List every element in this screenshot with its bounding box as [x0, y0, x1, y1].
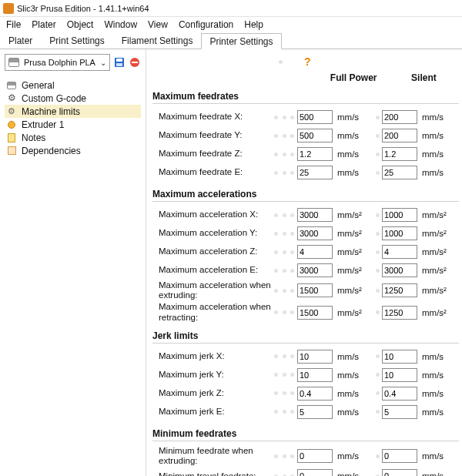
preset-name: Prusa Dolphin PLA	[24, 58, 95, 67]
value-silent-input[interactable]	[382, 350, 417, 364]
extruder-icon	[8, 121, 15, 129]
unit-label: mm/s	[419, 112, 451, 122]
unit-label: mm/s²	[334, 229, 367, 238]
value-silent-input[interactable]	[382, 368, 417, 382]
menu-plater[interactable]: Plater	[32, 19, 55, 30]
value-silent-input[interactable]	[382, 129, 417, 142]
setting-label: Maximum jerk X:	[152, 351, 274, 361]
menu-object[interactable]: Object	[67, 19, 94, 30]
tree-item-extruder-1[interactable]: Extruder 1	[5, 118, 141, 131]
value-silent-input[interactable]	[382, 147, 417, 161]
value-silent-input[interactable]	[382, 405, 417, 419]
machine-icon: ⚙	[8, 106, 15, 116]
dot-indicator	[373, 391, 382, 395]
dots	[274, 310, 297, 314]
value-full-power-input[interactable]	[297, 405, 333, 419]
menu-file[interactable]: File	[6, 19, 21, 30]
menu-bar: File Plater Object Window View Configura…	[0, 17, 462, 32]
printer-icon	[8, 58, 19, 67]
tree-item-machine-limits[interactable]: ⚙Machine limits	[5, 105, 141, 118]
dots	[274, 391, 297, 395]
tree-item-general[interactable]: General	[5, 79, 141, 92]
value-full-power-input[interactable]	[297, 283, 333, 297]
tree-item-custom-g-code[interactable]: ⚙Custom G-code	[5, 92, 141, 105]
value-full-power-input[interactable]	[297, 166, 333, 179]
tree-item-label: Dependencies	[22, 146, 81, 156]
value-silent-input[interactable]	[382, 226, 417, 240]
value-silent-input[interactable]	[382, 110, 417, 124]
value-silent-input[interactable]	[382, 208, 417, 222]
dependencies-icon	[8, 146, 16, 155]
setting-row: Maximum acceleration when extruding:mm/s…	[152, 280, 459, 300]
svg-rect-1	[116, 59, 122, 62]
setting-row: Maximum jerk X:mm/smm/s	[152, 348, 459, 365]
unit-label: mm/s	[334, 112, 367, 122]
value-full-power-input[interactable]	[297, 306, 333, 320]
save-preset-button[interactable]	[113, 56, 126, 69]
value-full-power-input[interactable]	[297, 263, 333, 277]
preset-selector[interactable]: Prusa Dolphin PLA ⌄	[5, 54, 110, 71]
setting-row: Maximum feedrate X:mm/smm/s	[152, 109, 459, 126]
section-title: Minimum feedrates	[152, 428, 459, 441]
unit-label: mm/s²	[334, 210, 367, 220]
menu-window[interactable]: Window	[104, 19, 137, 30]
chevron-down-icon: ⌄	[100, 59, 106, 67]
value-silent-input[interactable]	[382, 306, 417, 320]
menu-configuration[interactable]: Configuration	[179, 19, 233, 30]
dot-indicator	[373, 153, 382, 156]
value-silent-input[interactable]	[382, 245, 417, 259]
help-icon[interactable]: ?	[304, 55, 311, 68]
dot-indicator	[279, 60, 283, 64]
dot-indicator	[373, 213, 382, 217]
value-silent-input[interactable]	[382, 263, 417, 277]
value-silent-input[interactable]	[382, 166, 417, 179]
value-silent-input[interactable]	[382, 387, 417, 401]
value-full-power-input[interactable]	[297, 129, 333, 142]
value-silent-input[interactable]	[382, 469, 417, 476]
unit-label: mm/s	[419, 131, 451, 140]
dot-indicator	[373, 310, 382, 314]
menu-help[interactable]: Help	[244, 19, 263, 30]
tab-print-settings[interactable]: Print Settings	[41, 32, 112, 49]
tab-plater[interactable]: Plater	[0, 32, 41, 49]
tree-item-label: Notes	[22, 132, 45, 143]
dot-indicator	[373, 269, 382, 273]
setting-row: Maximum acceleration X:mm/s²mm/s²	[152, 206, 459, 223]
tab-printer-settings[interactable]: Printer Settings	[201, 33, 281, 49]
setting-label: Maximum jerk Z:	[152, 388, 274, 398]
dot-indicator	[373, 116, 382, 119]
delete-preset-button[interactable]	[129, 56, 141, 69]
tab-filament-settings[interactable]: Filament Settings	[113, 32, 202, 49]
value-full-power-input[interactable]	[297, 350, 333, 364]
value-full-power-input[interactable]	[297, 110, 333, 124]
value-full-power-input[interactable]	[297, 449, 333, 463]
value-silent-input[interactable]	[382, 449, 417, 463]
unit-label: mm/s²	[419, 308, 451, 317]
tree-item-label: Custom G-code	[22, 93, 86, 104]
title-bar: Slic3r Prusa Edition - 1.41.1+win64	[0, 0, 462, 17]
value-full-power-input[interactable]	[297, 208, 333, 222]
section-maximum-accelerations: Maximum accelerationsMaximum acceleratio…	[152, 189, 459, 323]
value-full-power-input[interactable]	[297, 226, 333, 240]
menu-view[interactable]: View	[148, 19, 168, 30]
value-full-power-input[interactable]	[297, 147, 333, 161]
dot-indicator	[373, 232, 382, 236]
value-full-power-input[interactable]	[297, 368, 333, 382]
unit-label: mm/s	[419, 451, 451, 461]
setting-row: Maximum jerk E:mm/smm/s	[152, 404, 459, 421]
setting-label: Maximum acceleration when extruding:	[152, 280, 274, 300]
setting-label: Maximum acceleration X:	[152, 210, 274, 220]
unit-label: mm/s	[419, 471, 451, 476]
tree-item-notes[interactable]: Notes	[5, 131, 141, 144]
dots	[274, 134, 297, 138]
unit-label: mm/s	[334, 407, 367, 417]
value-full-power-input[interactable]	[297, 469, 333, 476]
setting-label: Maximum jerk Y:	[152, 370, 274, 380]
dots	[274, 454, 297, 458]
section-title: Jerk limits	[152, 330, 459, 344]
value-full-power-input[interactable]	[297, 387, 333, 401]
value-silent-input[interactable]	[382, 283, 417, 297]
value-full-power-input[interactable]	[297, 245, 333, 259]
col-silent: Silent	[389, 72, 459, 83]
tree-item-dependencies[interactable]: Dependencies	[5, 144, 141, 157]
